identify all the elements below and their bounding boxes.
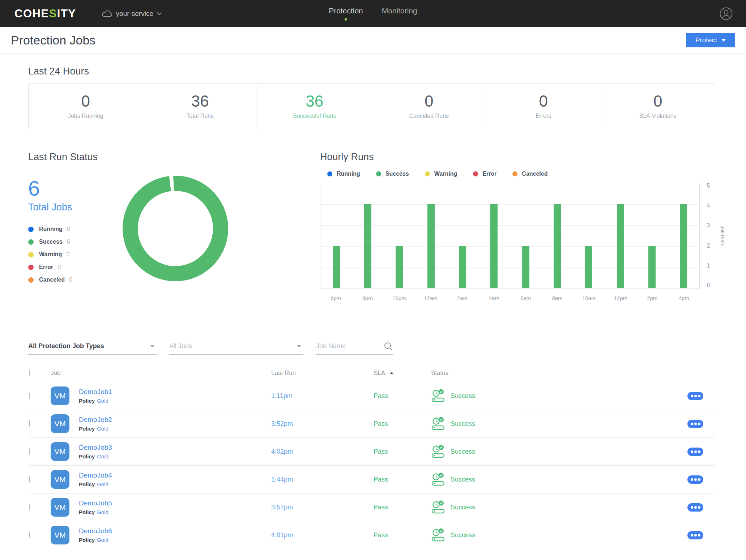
- stat-label: Canceled Runs: [409, 113, 449, 119]
- row-actions-menu-button[interactable]: [687, 531, 703, 539]
- inactive-tab-indicator: [398, 18, 401, 21]
- tab-protection[interactable]: Protection: [329, 7, 363, 21]
- dropdown-caret-icon: [297, 345, 301, 347]
- last-run-time-link[interactable]: 4:01pm: [271, 531, 293, 539]
- vm-type-badge: VM: [51, 470, 69, 489]
- column-header-last-run: Last Run: [271, 369, 296, 376]
- status-value-link[interactable]: Success: [451, 476, 475, 483]
- protect-button[interactable]: Protect: [686, 33, 735, 47]
- column-header-sla[interactable]: SLA: [374, 369, 385, 377]
- legend-dot-error: [473, 171, 478, 176]
- legend-count: 0: [69, 277, 72, 283]
- legend-label: Success: [39, 239, 63, 245]
- hourly-bar: [364, 204, 371, 288]
- service-name: your-service: [116, 10, 153, 18]
- select-all-checkbox[interactable]: [29, 369, 30, 376]
- user-avatar-icon[interactable]: [719, 7, 733, 21]
- cohesity-logo: COHESITY: [14, 7, 76, 20]
- legend-count: 0: [67, 226, 70, 232]
- table-header-row: Job Last Run SLA Status: [29, 364, 715, 382]
- donut-ring-success: [128, 181, 222, 275]
- hourly-runs-bar-chart: 6pm 8pm 10pm 12am 2am 4am 6am 8am 10am 1…: [320, 183, 728, 301]
- hourly-bar: [490, 204, 498, 288]
- job-name-search-field: [316, 338, 393, 355]
- last-run-time-link[interactable]: 1:11pm: [271, 392, 293, 399]
- x-tick: 4am: [478, 295, 510, 301]
- last-run-time-link[interactable]: 1:44pm: [271, 476, 293, 483]
- row-actions-menu-button[interactable]: [687, 475, 703, 484]
- stat-jobs-running: 0 Jobs Running: [29, 84, 143, 129]
- stat-label: Errors: [536, 113, 551, 119]
- total-jobs-value: 6: [28, 178, 99, 199]
- sla-value: Pass: [374, 476, 388, 483]
- policy-label: Policy: [79, 481, 95, 487]
- policy-value-link[interactable]: Gold: [97, 481, 108, 487]
- search-icon[interactable]: [384, 342, 393, 351]
- legend-dot-warning: [28, 252, 34, 257]
- legend-dot-success: [28, 239, 34, 245]
- legend-item-running: Running: [327, 171, 360, 177]
- status-value-link[interactable]: Success: [451, 448, 475, 456]
- legend-item-success: Success 6: [28, 239, 99, 245]
- stat-sla-violations: 0 SLA Violations: [601, 84, 715, 129]
- table-row: VM DemoJob2 PolicyGold 3:52pm Pass: [29, 410, 715, 438]
- job-policy: PolicyGold: [79, 453, 112, 459]
- legend-item-error: Error 0: [28, 264, 99, 270]
- legend-label: Running: [39, 226, 63, 232]
- tab-monitoring[interactable]: Monitoring: [382, 7, 417, 21]
- job-name-link[interactable]: DemoJob4: [79, 471, 112, 479]
- job-type-filter-value: All Protection Job Types: [28, 342, 104, 350]
- status-value-link[interactable]: Success: [451, 392, 475, 400]
- policy-value-link[interactable]: Gold: [97, 453, 108, 459]
- legend-count: 0: [66, 251, 69, 258]
- row-checkbox[interactable]: [29, 531, 30, 538]
- row-checkbox[interactable]: [29, 392, 30, 399]
- sort-ascending-icon[interactable]: [389, 372, 394, 374]
- stat-label: Total Runs: [186, 113, 214, 119]
- policy-label: Policy: [79, 453, 95, 459]
- stat-value: 0: [425, 93, 433, 109]
- row-checkbox[interactable]: [29, 476, 30, 483]
- job-name-search-input[interactable]: [316, 342, 374, 350]
- legend-count: 6: [67, 239, 70, 245]
- job-type-filter-dropdown[interactable]: All Protection Job Types: [28, 338, 157, 355]
- status-value-link[interactable]: Success: [451, 504, 475, 511]
- job-name-link[interactable]: DemoJob2: [79, 416, 112, 424]
- job-name-link[interactable]: DemoJob3: [79, 444, 112, 452]
- hourly-runs-legend: Running Success Warning Error Canceled: [320, 171, 728, 177]
- protection-jobs-table: Job Last Run SLA Status VM DemoJob1 Poli…: [29, 364, 715, 549]
- legend-dot-canceled: [28, 277, 34, 283]
- policy-label: Policy: [79, 537, 95, 543]
- x-axis-labels: 6pm 8pm 10pm 12am 2am 4am 6am 8am 10am 1…: [320, 295, 700, 301]
- policy-value-link[interactable]: Gold: [97, 398, 108, 404]
- stat-value: 36: [191, 93, 209, 109]
- job-name-link[interactable]: DemoJob1: [79, 388, 112, 396]
- top-nav-bar: COHESITY your-service Protection Monitor…: [0, 0, 746, 27]
- policy-value-link[interactable]: Gold: [97, 509, 108, 515]
- row-actions-menu-button[interactable]: [687, 448, 703, 456]
- status-value-link[interactable]: Success: [451, 531, 475, 539]
- row-actions-menu-button[interactable]: [687, 420, 703, 428]
- status-value-link[interactable]: Success: [451, 420, 475, 428]
- row-checkbox[interactable]: [29, 420, 30, 427]
- last-run-status-donut-chart: [121, 174, 230, 289]
- legend-item-error: Error: [473, 171, 496, 177]
- jobs-filter-dropdown[interactable]: All Jobs: [169, 338, 303, 355]
- policy-value-link[interactable]: Gold: [97, 537, 108, 543]
- sla-value: Pass: [374, 531, 388, 539]
- dropdown-caret-icon: [150, 345, 154, 347]
- service-selector[interactable]: your-service: [102, 10, 161, 18]
- row-actions-menu-button[interactable]: [687, 503, 703, 512]
- row-checkbox[interactable]: [29, 504, 30, 510]
- legend-item-canceled: Canceled 0: [28, 277, 99, 283]
- row-actions-menu-button[interactable]: [687, 392, 703, 400]
- y-tick: 1: [707, 263, 710, 269]
- last-run-time-link[interactable]: 3:57pm: [271, 504, 293, 511]
- job-name-link[interactable]: DemoJob5: [79, 499, 112, 507]
- last-run-time-link[interactable]: 4:02pm: [271, 448, 293, 455]
- job-name-link[interactable]: DemoJob6: [79, 527, 112, 535]
- legend-dot-canceled: [512, 171, 517, 176]
- last-run-time-link[interactable]: 3:52pm: [271, 420, 293, 427]
- row-checkbox[interactable]: [29, 448, 30, 455]
- policy-value-link[interactable]: Gold: [97, 426, 108, 432]
